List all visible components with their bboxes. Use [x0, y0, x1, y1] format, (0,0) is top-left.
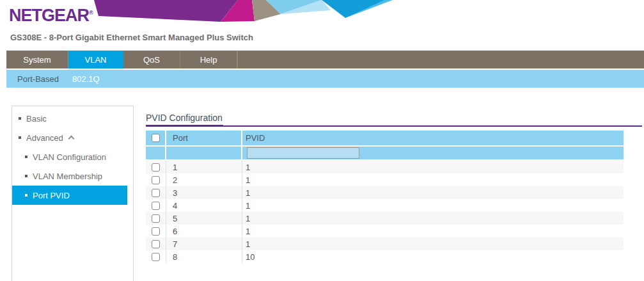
select-all-checkbox[interactable]	[152, 134, 160, 142]
port-cell: 6	[166, 225, 242, 237]
subnav-port-based[interactable]: Port-Based	[17, 74, 59, 84]
device-title: GS308E - 8-Port Gigabit Ethernet Smart M…	[10, 33, 253, 42]
header-checkbox-cell	[146, 131, 166, 145]
table-row: 3 1	[146, 186, 624, 199]
pvid-cell: 1	[242, 225, 624, 237]
tab-qos[interactable]: QoS	[123, 51, 180, 68]
pvid-cell: 1	[242, 237, 624, 250]
row-checkbox[interactable]	[152, 227, 160, 236]
sidebar-item-label: VLAN Configuration	[33, 152, 106, 162]
port-cell: 5	[166, 212, 242, 225]
port-cell: 8	[166, 250, 242, 263]
page-title: PVID Configuration	[146, 109, 642, 127]
table-row: 2 1	[146, 173, 624, 186]
pvid-cell: 1	[242, 186, 624, 199]
port-cell: 4	[166, 199, 242, 212]
pvid-filter-input[interactable]	[247, 147, 359, 159]
column-header-port: Port	[166, 131, 242, 145]
registered-mark: ®	[89, 10, 93, 16]
port-cell: 1	[166, 161, 242, 173]
table-row: 8 10	[146, 250, 624, 263]
chevron-up-icon	[68, 136, 74, 142]
row-checkbox[interactable]	[152, 253, 160, 261]
table-row: 5 1	[146, 212, 624, 225]
main-content: PVID Configuration Port PVID 1 1	[146, 109, 642, 263]
filter-port-cell	[166, 147, 242, 159]
row-checkbox[interactable]	[152, 189, 160, 197]
nav-filler	[237, 51, 644, 68]
tab-help[interactable]: Help	[180, 51, 237, 68]
pvid-cell: 1	[242, 173, 624, 186]
sidebar-item-vlan-configuration[interactable]: VLAN Configuration	[12, 147, 133, 166]
netgear-logo: NETGEAR®	[9, 6, 93, 26]
sub-nav: Port-Based 802.1Q	[6, 70, 644, 88]
table-filter-row	[146, 145, 624, 161]
sidebar-item-label: VLAN Membership	[33, 172, 102, 181]
port-cell: 2	[166, 173, 242, 186]
filter-pvid-cell	[242, 147, 624, 159]
column-header-pvid: PVID	[242, 131, 624, 145]
subnav-802-1q[interactable]: 802.1Q	[72, 74, 100, 84]
table-row: 7 1	[146, 237, 624, 250]
port-cell: 3	[166, 186, 242, 199]
pvid-table: Port PVID 1 1 2 1 3	[146, 131, 624, 263]
sidebar-item-basic[interactable]: Basic	[12, 109, 133, 128]
table-row: 1 1	[146, 161, 624, 173]
bullet-icon	[25, 175, 27, 177]
bullet-icon	[25, 156, 27, 158]
row-checkbox[interactable]	[152, 202, 160, 210]
pvid-cell: 1	[242, 199, 624, 212]
sidebar-item-label: Port PVID	[33, 191, 70, 200]
table-row: 6 1	[146, 225, 624, 237]
table-header-row: Port PVID	[146, 131, 624, 145]
bullet-icon	[19, 136, 21, 139]
row-checkbox[interactable]	[152, 163, 160, 172]
sidebar-item-label: Basic	[26, 114, 47, 124]
main-nav: System VLAN QoS Help	[6, 51, 644, 68]
row-checkbox[interactable]	[152, 214, 160, 223]
filter-checkbox-cell	[146, 147, 166, 159]
tab-system[interactable]: System	[6, 51, 68, 68]
sidebar-item-vlan-membership[interactable]: VLAN Membership	[12, 166, 133, 186]
table-body: 1 1 2 1 3 1 4 1 5 1	[146, 161, 624, 263]
pvid-cell: 10	[242, 250, 624, 263]
sidebar-item-label: Advanced	[26, 133, 63, 143]
port-cell: 7	[166, 237, 242, 250]
sidebar-item-advanced[interactable]: Advanced	[12, 128, 133, 147]
row-checkbox[interactable]	[152, 176, 160, 184]
tab-vlan[interactable]: VLAN	[68, 51, 123, 68]
pvid-cell: 1	[242, 212, 624, 225]
bullet-icon	[25, 194, 27, 197]
table-row: 4 1	[146, 199, 624, 212]
sidebar: Basic Advanced VLAN Configuration VLAN M…	[12, 106, 134, 281]
row-checkbox[interactable]	[152, 240, 160, 248]
banner-graphic	[0, 0, 644, 26]
sidebar-item-port-pvid[interactable]: Port PVID	[12, 186, 127, 205]
pvid-cell: 1	[242, 161, 624, 173]
bullet-icon	[19, 117, 21, 120]
